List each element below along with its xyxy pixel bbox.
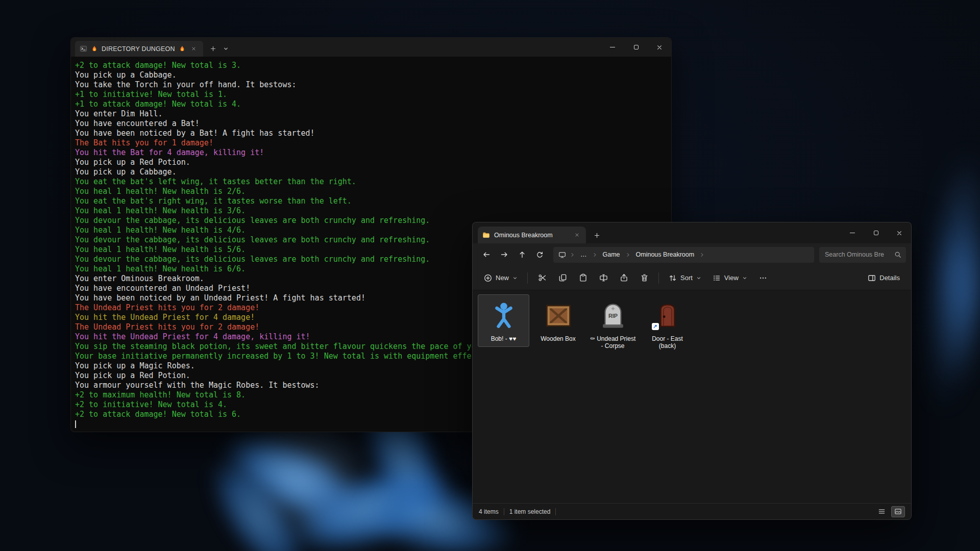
list-view-icon xyxy=(878,508,886,515)
forward-button[interactable] xyxy=(496,246,512,263)
terminal-line: You hit the Bat for 4 damage, killing it… xyxy=(75,148,667,158)
folder-icon xyxy=(482,231,490,239)
plus-icon xyxy=(210,45,216,52)
more-options-button[interactable] xyxy=(753,269,773,287)
minimize-icon xyxy=(610,47,615,48)
address-bar[interactable]: … Game Ominous Breakroom xyxy=(553,247,814,263)
share-button[interactable] xyxy=(614,269,633,287)
terminal-line: The Bat hits you for 1 damage! xyxy=(75,138,667,148)
file-item-label: ⚰ Undead Priest - Corpse xyxy=(589,335,637,349)
terminal-line: You eat the bat's right wing, it tastes … xyxy=(75,196,667,206)
explorer-navigation-bar: … Game Ominous Breakroom xyxy=(473,243,911,266)
new-button-label: New xyxy=(496,274,509,282)
copy-icon xyxy=(558,273,567,282)
terminal-line: +1 to attack damage! New total is 4. xyxy=(75,99,667,109)
terminal-line: +2 to attack damage! New total is 3. xyxy=(75,61,667,70)
file-item-door-east[interactable]: ↗ Door - East (back) xyxy=(642,294,693,354)
file-item-undead-priest-corpse[interactable]: ⚰ Undead Priest - Corpse xyxy=(587,294,639,354)
delete-button[interactable] xyxy=(634,269,654,287)
terminal-line: You pick up a Cabbage. xyxy=(75,167,667,177)
close-button[interactable] xyxy=(888,222,911,243)
chevron-right-icon xyxy=(699,252,705,258)
breadcrumb-ellipsis[interactable]: … xyxy=(579,250,589,259)
explorer-new-tab-button[interactable] xyxy=(590,229,603,242)
view-button-label: View xyxy=(724,274,739,282)
tombstone-figure-icon xyxy=(598,300,628,330)
terminal-tab-close-button[interactable] xyxy=(189,44,199,54)
view-toggles xyxy=(875,506,905,517)
this-pc-icon xyxy=(558,251,566,259)
close-button[interactable] xyxy=(648,38,671,57)
terminal-line: You heal 1 health! New health is 3/6. xyxy=(75,206,667,216)
up-button[interactable] xyxy=(513,246,530,263)
minimize-button[interactable] xyxy=(601,38,624,57)
explorer-window-controls xyxy=(841,222,911,243)
view-button[interactable]: View xyxy=(707,270,752,286)
breadcrumb-separator xyxy=(592,252,598,258)
status-divider xyxy=(555,508,556,515)
minimize-button[interactable] xyxy=(841,222,864,243)
status-divider xyxy=(504,508,504,515)
toolbar-divider xyxy=(527,272,528,284)
details-toggle-button[interactable]: Details xyxy=(863,270,905,286)
explorer-tab[interactable]: Ominous Breakroom xyxy=(478,227,586,243)
copy-button[interactable] xyxy=(553,269,572,287)
file-list-area[interactable]: Bob! - ♥♥ Wooden Box ⚰ Undead Priest - C… xyxy=(473,290,911,503)
maximize-button[interactable] xyxy=(624,38,648,57)
terminal-cursor xyxy=(75,420,76,428)
terminal-line: You take the Torch in your off hand. It … xyxy=(75,80,667,90)
search-box[interactable] xyxy=(819,247,906,263)
file-item-label: Bob! - ♥♥ xyxy=(491,335,517,342)
sort-button[interactable]: Sort xyxy=(664,270,706,286)
search-input[interactable] xyxy=(824,251,891,259)
terminal-tab[interactable]: DIRECTORY DUNGEON xyxy=(75,41,203,57)
tombstone-icon xyxy=(597,299,629,332)
terminal-new-tab-button[interactable] xyxy=(206,42,220,56)
crate-figure-icon xyxy=(544,300,573,330)
terminal-line: You have been noticed by a Bat! A fight … xyxy=(75,129,667,138)
terminal-line: You pick up a Cabbage. xyxy=(75,70,667,80)
refresh-button[interactable] xyxy=(531,246,548,263)
breadcrumb-separator xyxy=(625,252,631,258)
crate-icon xyxy=(542,299,575,332)
chevron-right-icon xyxy=(625,252,631,258)
breadcrumb-segment-ominous-breakroom[interactable]: Ominous Breakroom xyxy=(634,250,696,259)
terminal-line: You enter Dim Hall. xyxy=(75,109,667,119)
arrow-left-icon xyxy=(482,251,491,259)
explorer-tab-close-button[interactable] xyxy=(572,231,581,240)
view-icon xyxy=(713,274,721,282)
toolbar-divider xyxy=(658,272,659,284)
new-button[interactable]: New xyxy=(479,270,523,286)
selection-count: 1 item selected xyxy=(509,508,551,515)
maximize-button[interactable] xyxy=(864,222,888,243)
file-item-label: Door - East (back) xyxy=(643,335,692,349)
chevron-right-icon xyxy=(570,252,575,258)
terminal-app-icon xyxy=(80,45,87,53)
trash-icon xyxy=(640,273,649,282)
scissors-icon xyxy=(538,273,547,282)
status-bar: 4 items 1 item selected xyxy=(473,503,911,519)
terminal-titlebar[interactable]: DIRECTORY DUNGEON xyxy=(71,38,671,57)
breadcrumb-segment-game[interactable]: Game xyxy=(601,250,622,259)
terminal-tab-dropdown-button[interactable] xyxy=(220,42,232,56)
sort-icon xyxy=(669,274,677,282)
explorer-tab-title: Ominous Breakroom xyxy=(494,232,568,239)
refresh-icon xyxy=(536,251,544,259)
back-button[interactable] xyxy=(478,246,495,263)
chevron-down-icon xyxy=(512,276,518,281)
chevron-down-icon xyxy=(696,276,701,281)
paste-button[interactable] xyxy=(573,269,593,287)
file-item-bob[interactable]: Bob! - ♥♥ xyxy=(478,294,529,347)
items-count: 4 items xyxy=(479,508,499,515)
explorer-tab-strip[interactable]: Ominous Breakroom xyxy=(473,222,911,243)
cut-button[interactable] xyxy=(532,269,552,287)
close-icon xyxy=(896,230,902,236)
file-item-wooden-box[interactable]: Wooden Box xyxy=(532,294,584,347)
search-icon xyxy=(894,251,901,258)
more-icon xyxy=(759,274,767,282)
details-view-toggle-button[interactable] xyxy=(875,506,889,517)
large-icons-view-toggle-button[interactable] xyxy=(891,506,905,517)
rename-button[interactable] xyxy=(594,269,613,287)
arrow-up-icon xyxy=(518,251,526,259)
breadcrumb-separator xyxy=(699,252,705,258)
